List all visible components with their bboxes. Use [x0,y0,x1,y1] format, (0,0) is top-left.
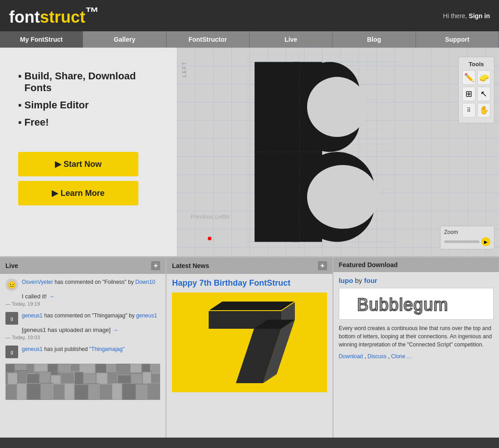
featured-author-link[interactable]: four [364,277,377,284]
signin-link[interactable]: Sign in [469,12,490,19]
svg-rect-47 [88,384,99,400]
live-quote-2: "Thingamajag" [92,312,127,319]
live-text-3: geneus1 has just published "Thingamajag" [22,346,125,353]
zoom-title: Zoom [444,229,490,235]
live-by-2: by [129,312,136,319]
live-action-1: has commented on [54,279,102,285]
svg-rect-43 [40,383,53,400]
zoom-slider[interactable] [444,240,479,243]
live-entry-1: 😐 OsvenVyeter has commented on "Foilness… [5,278,160,307]
hero-left-panel: ▪ Build, Share, Download Fonts ▪ Simple … [0,48,177,256]
logo-font-part: font [9,8,40,26]
user-geneus1-link-2[interactable]: geneus1 [136,312,157,319]
prev-letter-hint: Previous Letter [191,213,230,220]
start-now-button[interactable]: ▶ Start Now [18,152,138,176]
svg-rect-39 [142,372,152,384]
nav-item-my-fontstruct[interactable]: My FontStruct [0,31,83,48]
live-entry-2-header: g geneus1 has commented on "Thingamajag"… [5,312,160,325]
logo-struct-part: struct [40,8,85,26]
svg-rect-36 [108,372,117,385]
featured-font-link[interactable]: lupo [339,277,353,284]
live-entry-1-header: 😐 OsvenVyeter has commented on "Foilness… [5,278,160,291]
featured-clone-link[interactable]: Clone ... [391,353,411,360]
arrow-2: → [113,326,118,333]
logo[interactable]: fontstruct™ [9,5,99,27]
news-section-header: Latest News + [166,258,332,274]
svg-rect-15 [26,364,34,374]
featured-desc: Every word creates a continuous line tha… [339,324,494,349]
live-text-1: OsvenVyeter has commented on "Foilness" … [22,278,155,286]
hero-features: ▪ Build, Share, Download Fonts ▪ Simple … [18,70,163,134]
user-geneus1-link-1[interactable]: geneus1 [22,312,43,319]
nav-item-blog[interactable]: Blog [333,31,416,48]
red-dot-marker [208,237,211,240]
nav-item-support[interactable]: Support [416,31,499,48]
hero-buttons: ▶ Start Now ▶ Learn More [18,152,163,205]
cursor-tool-btn[interactable]: ↖ [477,87,490,101]
live-image-preview [5,364,160,400]
zoom-play-btn[interactable]: ▶ [481,237,490,246]
live-entry-2: g geneus1 has commented on "Thingamajag"… [5,312,160,340]
nav-item-live[interactable]: Live [250,31,333,48]
svg-rect-32 [61,373,74,384]
nav-item-gallery[interactable]: Gallery [83,31,166,48]
svg-rect-41 [17,383,27,400]
svg-rect-22 [107,364,117,372]
featured-content: lupo by four Bubblegum Every word create… [333,272,499,364]
tools-row-1: ✏️ 🧽 [462,70,490,85]
live-section-header: Live + [0,258,166,274]
featured-section-title: Featured Download [339,261,398,268]
avatar-3: g [5,346,18,358]
svg-point-7 [307,165,378,229]
news-section-title: Latest News [172,262,209,269]
eraser-tool-btn[interactable]: 🧽 [477,70,490,85]
svg-rect-24 [130,364,142,373]
font-preview-text: Bubblegum [357,295,448,314]
live-text-2: geneus1 has commented on "Thingamajag" b… [22,312,157,320]
live-by-1: by [128,279,135,285]
bottom-panels: Live + 😐 OsvenVyeter has commented on "F… [0,256,499,438]
live-meta-1: — Today, 19:19 [5,301,160,307]
svg-rect-14 [15,364,26,370]
bullet-icon-3: ▪ [18,117,22,128]
svg-rect-28 [18,370,27,383]
grid-tool-btn[interactable]: ⊞ [462,87,475,101]
featured-by: by [355,277,364,284]
svg-rect-46 [74,385,88,400]
user-geneus1-link-3[interactable]: geneus1 [22,346,43,352]
feature-build-text: Build, Share, Download Fonts [24,70,163,94]
live-add-button[interactable]: + [151,261,160,270]
live-entry-3-header: g geneus1 has just published "Thingamaja… [5,346,160,358]
svg-rect-19 [70,364,79,372]
news-add-button[interactable]: + [318,261,327,270]
svg-rect-13 [5,364,15,373]
live-message-1: I called it! → [22,293,160,300]
svg-rect-34 [83,374,96,384]
user-down10-link[interactable]: Down10 [135,279,155,285]
avatar-2: g [5,312,18,325]
learn-more-button[interactable]: ▶ Learn More [18,181,138,205]
featured-discuss-link[interactable]: Discuss [367,353,386,360]
featured-download-link[interactable]: Download [339,353,363,360]
zoom-panel: Zoom ▶ [440,226,494,249]
arrow-1: → [49,293,54,300]
main-nav: My FontStruct Gallery FontStructor Live … [0,31,499,48]
nav-item-fontstructor[interactable]: FontStructor [166,31,250,48]
live-meta-2: — Today, 19:03 [5,335,160,340]
svg-rect-27 [8,373,18,384]
feature-editor: ▪ Simple Editor [18,99,163,111]
svg-rect-42 [27,384,40,400]
feature-build: ▪ Build, Share, Download Fonts [18,70,163,94]
live-entry-3: g geneus1 has just published "Thingamaja… [5,346,160,358]
live-message-2: [geneus1 has uploaded an image] → [22,326,160,333]
user-osven-link[interactable]: OsvenVyeter [22,279,53,285]
svg-rect-35 [96,373,108,384]
svg-rect-31 [51,375,61,384]
pencil-tool-btn[interactable]: ✏️ [462,70,475,85]
dots-tool-btn[interactable]: ⠿ [462,103,475,117]
svg-rect-18 [58,364,70,373]
thingamajag-link[interactable]: "Thingamajag" [89,346,125,352]
featured-title: lupo by four [339,277,494,284]
news-article-title[interactable]: Happy 7th Birthday FontStruct [172,278,327,288]
hand-tool-btn[interactable]: ✋ [477,103,490,117]
